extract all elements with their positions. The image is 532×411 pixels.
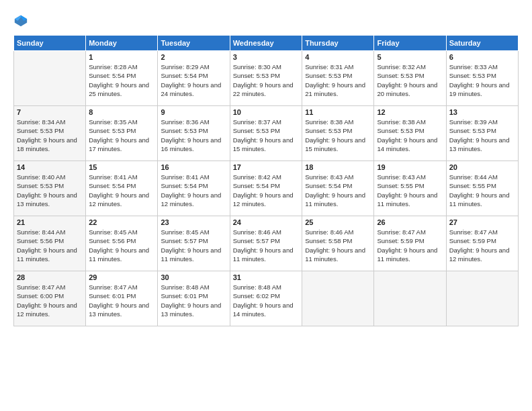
calendar-cell: 15Sunrise: 8:41 AMSunset: 5:54 PMDayligh…: [86, 161, 158, 216]
calendar-cell: [374, 271, 446, 326]
calendar-cell: 1Sunrise: 8:28 AMSunset: 5:54 PMDaylight…: [86, 51, 158, 106]
day-number: 4: [305, 53, 371, 61]
day-number: 3: [233, 53, 299, 61]
day-info: Sunrise: 8:29 AMSunset: 5:54 PMDaylight:…: [161, 62, 226, 98]
day-number: 10: [233, 108, 299, 116]
logo: [13, 13, 31, 28]
day-info: Sunrise: 8:38 AMSunset: 5:53 PMDaylight:…: [305, 118, 371, 153]
day-info: Sunrise: 8:43 AMSunset: 5:54 PMDaylight:…: [305, 173, 371, 208]
calendar-cell: 18Sunrise: 8:43 AMSunset: 5:54 PMDayligh…: [302, 161, 374, 216]
calendar-cell: 28Sunrise: 8:47 AMSunset: 6:00 PMDayligh…: [14, 271, 86, 326]
day-info: Sunrise: 8:37 AMSunset: 5:53 PMDaylight:…: [233, 118, 299, 153]
day-number: 9: [161, 108, 226, 116]
day-number: 1: [89, 53, 154, 61]
calendar-cell: 13Sunrise: 8:39 AMSunset: 5:53 PMDayligh…: [446, 106, 518, 161]
day-info: Sunrise: 8:45 AMSunset: 5:57 PMDaylight:…: [161, 228, 226, 263]
logo-icon: [13, 13, 28, 28]
calendar-cell: 9Sunrise: 8:36 AMSunset: 5:53 PMDaylight…: [158, 106, 230, 161]
calendar-week-2: 7Sunrise: 8:34 AMSunset: 5:53 PMDaylight…: [14, 106, 519, 161]
day-info: Sunrise: 8:43 AMSunset: 5:55 PMDaylight:…: [377, 173, 443, 208]
day-info: Sunrise: 8:41 AMSunset: 5:54 PMDaylight:…: [89, 173, 154, 208]
calendar-cell: [446, 271, 518, 326]
day-info: Sunrise: 8:44 AMSunset: 5:55 PMDaylight:…: [449, 173, 515, 208]
calendar-cell: 10Sunrise: 8:37 AMSunset: 5:53 PMDayligh…: [230, 106, 302, 161]
calendar-cell: [302, 271, 374, 326]
calendar-cell: 6Sunrise: 8:33 AMSunset: 5:53 PMDaylight…: [446, 51, 518, 106]
day-number: 7: [17, 108, 83, 116]
day-info: Sunrise: 8:47 AMSunset: 6:01 PMDaylight:…: [89, 283, 154, 318]
day-number: 2: [161, 53, 226, 61]
calendar-table: SundayMondayTuesdayWednesdayThursdayFrid…: [13, 35, 519, 326]
calendar-cell: 2Sunrise: 8:29 AMSunset: 5:54 PMDaylight…: [158, 51, 230, 106]
day-info: Sunrise: 8:39 AMSunset: 5:53 PMDaylight:…: [449, 118, 515, 153]
day-info: Sunrise: 8:31 AMSunset: 5:53 PMDaylight:…: [305, 62, 371, 98]
day-info: Sunrise: 8:30 AMSunset: 5:53 PMDaylight:…: [233, 62, 299, 98]
day-info: Sunrise: 8:47 AMSunset: 6:00 PMDaylight:…: [17, 283, 83, 318]
calendar-week-3: 14Sunrise: 8:40 AMSunset: 5:53 PMDayligh…: [14, 161, 519, 216]
day-number: 26: [377, 218, 443, 226]
weekday-header-sunday: Sunday: [14, 36, 86, 51]
day-info: Sunrise: 8:33 AMSunset: 5:53 PMDaylight:…: [449, 62, 515, 98]
day-number: 16: [161, 163, 226, 171]
day-info: Sunrise: 8:46 AMSunset: 5:58 PMDaylight:…: [305, 228, 371, 263]
day-info: Sunrise: 8:46 AMSunset: 5:57 PMDaylight:…: [233, 228, 299, 263]
calendar-cell: [14, 51, 86, 106]
day-info: Sunrise: 8:40 AMSunset: 5:53 PMDaylight:…: [17, 173, 83, 208]
day-number: 12: [377, 108, 443, 116]
calendar-header-row: SundayMondayTuesdayWednesdayThursdayFrid…: [14, 36, 519, 51]
day-number: 18: [305, 163, 371, 171]
weekday-header-friday: Friday: [374, 36, 446, 51]
day-number: 30: [161, 273, 226, 281]
day-number: 24: [233, 218, 299, 226]
day-number: 31: [233, 273, 299, 281]
day-info: Sunrise: 8:34 AMSunset: 5:53 PMDaylight:…: [17, 118, 83, 153]
day-number: 23: [161, 218, 226, 226]
calendar-cell: 14Sunrise: 8:40 AMSunset: 5:53 PMDayligh…: [14, 161, 86, 216]
calendar-cell: 26Sunrise: 8:47 AMSunset: 5:59 PMDayligh…: [374, 216, 446, 271]
calendar-cell: 5Sunrise: 8:32 AMSunset: 5:53 PMDaylight…: [374, 51, 446, 106]
weekday-header-saturday: Saturday: [446, 36, 518, 51]
day-info: Sunrise: 8:48 AMSunset: 6:02 PMDaylight:…: [233, 283, 299, 318]
day-number: 17: [233, 163, 299, 171]
calendar-cell: 11Sunrise: 8:38 AMSunset: 5:53 PMDayligh…: [302, 106, 374, 161]
calendar-cell: 25Sunrise: 8:46 AMSunset: 5:58 PMDayligh…: [302, 216, 374, 271]
calendar-cell: 21Sunrise: 8:44 AMSunset: 5:56 PMDayligh…: [14, 216, 86, 271]
day-number: 21: [17, 218, 83, 226]
day-number: 25: [305, 218, 371, 226]
calendar-cell: 31Sunrise: 8:48 AMSunset: 6:02 PMDayligh…: [230, 271, 302, 326]
weekday-header-monday: Monday: [86, 36, 158, 51]
header: [13, 11, 519, 28]
day-info: Sunrise: 8:47 AMSunset: 5:59 PMDaylight:…: [377, 228, 443, 263]
day-info: Sunrise: 8:42 AMSunset: 5:54 PMDaylight:…: [233, 173, 299, 208]
day-number: 8: [89, 108, 154, 116]
day-info: Sunrise: 8:35 AMSunset: 5:53 PMDaylight:…: [89, 118, 154, 153]
day-number: 19: [377, 163, 443, 171]
day-info: Sunrise: 8:38 AMSunset: 5:53 PMDaylight:…: [377, 118, 443, 153]
calendar-cell: 27Sunrise: 8:47 AMSunset: 5:59 PMDayligh…: [446, 216, 518, 271]
calendar-cell: 20Sunrise: 8:44 AMSunset: 5:55 PMDayligh…: [446, 161, 518, 216]
day-info: Sunrise: 8:47 AMSunset: 5:59 PMDaylight:…: [449, 228, 515, 263]
weekday-header-tuesday: Tuesday: [158, 36, 230, 51]
day-number: 6: [449, 53, 515, 61]
calendar-cell: 16Sunrise: 8:41 AMSunset: 5:54 PMDayligh…: [158, 161, 230, 216]
calendar-cell: 23Sunrise: 8:45 AMSunset: 5:57 PMDayligh…: [158, 216, 230, 271]
weekday-header-wednesday: Wednesday: [230, 36, 302, 51]
day-info: Sunrise: 8:45 AMSunset: 5:56 PMDaylight:…: [89, 228, 154, 263]
day-number: 11: [305, 108, 371, 116]
day-number: 29: [89, 273, 154, 281]
day-number: 15: [89, 163, 154, 171]
day-number: 27: [449, 218, 515, 226]
day-info: Sunrise: 8:28 AMSunset: 5:54 PMDaylight:…: [89, 62, 154, 98]
calendar-cell: 24Sunrise: 8:46 AMSunset: 5:57 PMDayligh…: [230, 216, 302, 271]
calendar-cell: 12Sunrise: 8:38 AMSunset: 5:53 PMDayligh…: [374, 106, 446, 161]
calendar-cell: 30Sunrise: 8:48 AMSunset: 6:01 PMDayligh…: [158, 271, 230, 326]
calendar-cell: 4Sunrise: 8:31 AMSunset: 5:53 PMDaylight…: [302, 51, 374, 106]
day-number: 28: [17, 273, 83, 281]
calendar-cell: 29Sunrise: 8:47 AMSunset: 6:01 PMDayligh…: [86, 271, 158, 326]
calendar-week-4: 21Sunrise: 8:44 AMSunset: 5:56 PMDayligh…: [14, 216, 519, 271]
day-number: 20: [449, 163, 515, 171]
calendar-cell: 7Sunrise: 8:34 AMSunset: 5:53 PMDaylight…: [14, 106, 86, 161]
day-number: 5: [377, 53, 443, 61]
calendar-cell: 19Sunrise: 8:43 AMSunset: 5:55 PMDayligh…: [374, 161, 446, 216]
calendar-cell: 22Sunrise: 8:45 AMSunset: 5:56 PMDayligh…: [86, 216, 158, 271]
